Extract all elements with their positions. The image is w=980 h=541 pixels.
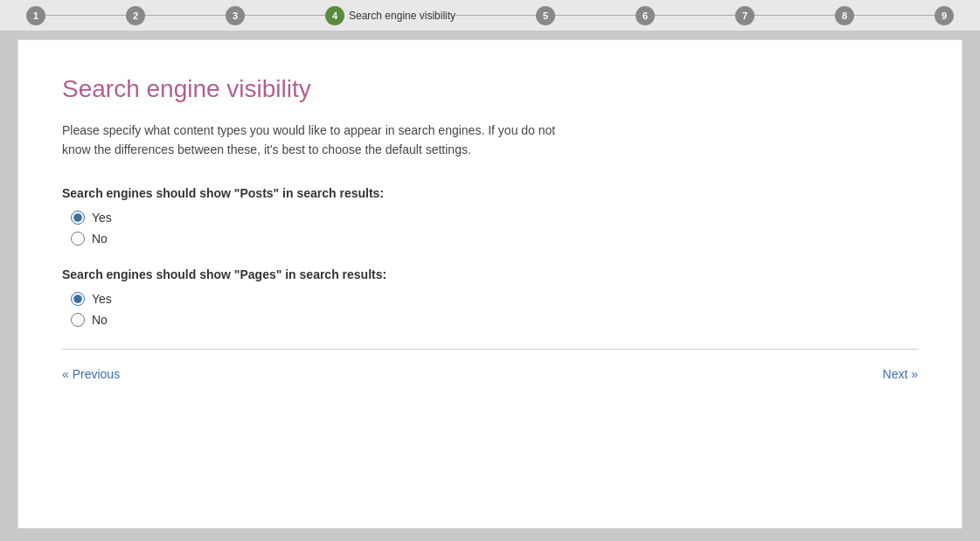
posts-no-item[interactable]: No: [71, 232, 918, 246]
step-circle-4: 4: [325, 6, 344, 25]
wizard-step-3: 3: [226, 6, 245, 25]
wizard-step-7: 7: [735, 6, 754, 25]
pages-yes-label: Yes: [92, 292, 112, 306]
pages-no-radio[interactable]: [71, 313, 85, 327]
posts-no-label: No: [92, 232, 108, 246]
step-connector-3-4: [245, 15, 325, 16]
step-connector-1-2: [45, 15, 126, 16]
page-title: Search engine visibility: [62, 75, 918, 103]
step-connector-8-9: [854, 15, 935, 16]
pages-no-item[interactable]: No: [71, 313, 918, 327]
step-circle-7: 7: [735, 6, 754, 25]
wizard-step-2: 2: [126, 6, 145, 25]
previous-link[interactable]: « Previous: [62, 367, 120, 381]
wizard-step-1: 1: [26, 6, 45, 25]
posts-radio-group: Yes No: [62, 211, 918, 246]
posts-yes-item[interactable]: Yes: [71, 211, 918, 225]
pages-yes-item[interactable]: Yes: [71, 292, 918, 306]
step-connector-6-7: [655, 15, 735, 16]
wizard-step-5: 5: [536, 6, 555, 25]
main-container: Search engine visibility Please specify …: [17, 39, 963, 529]
wizard-step-9: 9: [935, 6, 954, 25]
posts-no-radio[interactable]: [71, 232, 85, 246]
step-connector-4-5: [455, 15, 536, 16]
section-divider: [62, 349, 918, 350]
wizard-step-4: 4 Search engine visibility: [325, 6, 455, 25]
posts-yes-label: Yes: [92, 211, 112, 225]
step-circle-3: 3: [226, 6, 245, 25]
steps-wrapper: 1 2 3 4 Search engine visibility 5 6: [17, 6, 963, 25]
pages-yes-radio[interactable]: [71, 292, 85, 306]
posts-question-label: Search engines should show "Posts" in se…: [62, 186, 918, 200]
step-circle-2: 2: [126, 6, 145, 25]
wizard-step-6: 6: [636, 6, 655, 25]
step-connector-2-3: [145, 15, 226, 16]
pages-question-label: Search engines should show "Pages" in se…: [62, 267, 918, 281]
active-step-label: Search engine visibility: [349, 10, 455, 22]
wizard-bar: 1 2 3 4 Search engine visibility 5 6: [0, 0, 980, 31]
pages-radio-group: Yes No: [62, 292, 918, 327]
page-description: Please specify what content types you wo…: [62, 121, 569, 160]
step-circle-9: 9: [935, 6, 954, 25]
wizard-step-8: 8: [835, 6, 854, 25]
posts-yes-radio[interactable]: [71, 211, 85, 225]
next-link[interactable]: Next »: [883, 367, 918, 381]
step-circle-1: 1: [26, 6, 45, 25]
pages-question: Search engines should show "Pages" in se…: [62, 267, 918, 327]
step-circle-8: 8: [835, 6, 854, 25]
footer-nav: « Previous Next »: [62, 367, 918, 381]
step-circle-5: 5: [536, 6, 555, 25]
pages-no-label: No: [92, 313, 108, 327]
step-connector-5-6: [555, 15, 636, 16]
step-circle-6: 6: [636, 6, 655, 25]
step-connector-7-8: [754, 15, 835, 16]
posts-question: Search engines should show "Posts" in se…: [62, 186, 918, 246]
